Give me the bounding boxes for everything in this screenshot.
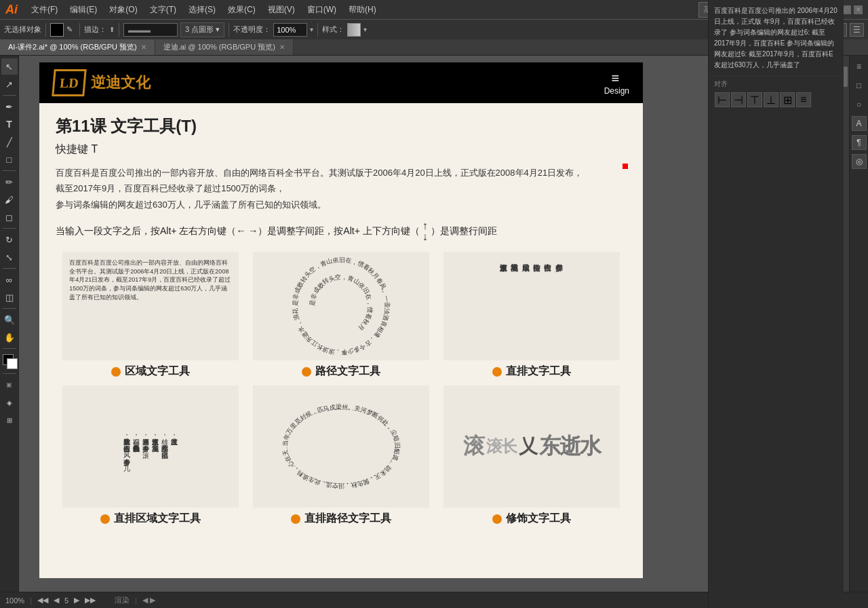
hand-tool[interactable]: ✋ <box>1 329 18 345</box>
circular-path-svg: 是非成败转头空，青山依旧在，惯看秋月春风。一壶浊酒喜相逢，古今多少事，滚滚长江东… <box>260 252 422 360</box>
zoom-tool[interactable]: 🔍 <box>1 311 18 328</box>
direct-select-tool[interactable]: ↗ <box>1 76 18 92</box>
design-label: Design <box>604 86 629 96</box>
text-overflow-indicator <box>623 164 628 169</box>
description-area: 百度百科是百度公司推出的一部内容开放、自由的网络百科全书平台。其测试版于2006… <box>56 165 627 212</box>
mini-circle-icon[interactable]: ○ <box>851 96 867 113</box>
arrow-text-end: ）是调整行间距 <box>431 225 497 238</box>
color-boxes <box>1 353 18 369</box>
line-tool[interactable]: ╱ <box>1 134 18 150</box>
main-layout: ↖ ↗ ✒ T ╱ □ ✏ 🖌 ◻ ↻ ⤡ ∞ ◫ 🔍 ✋ ▣ ◈ ⊞ <box>0 56 868 592</box>
slide-header: LD 逆迪文化 ≡ Design <box>39 62 643 103</box>
dropdown-arrow-icon: ▾ <box>216 25 220 34</box>
vertical-path-svg: 当年万里觅封候，匹马戍梁州。关河梦断何处，尘暗旧貂裘。胡未灭，鬓先秋，泪空流。此… <box>263 385 419 508</box>
opacity-input[interactable] <box>273 23 307 37</box>
next-button[interactable]: ▶ <box>74 596 79 605</box>
mini-para-icon[interactable]: ¶ <box>852 135 867 150</box>
menu-view[interactable]: 视图(V) <box>262 3 300 17</box>
menu-window[interactable]: 窗口(W) <box>302 3 342 17</box>
more-options-icon[interactable]: ☰ <box>850 23 864 37</box>
menu-help[interactable]: 帮助(H) <box>343 3 382 17</box>
style-swatch[interactable] <box>347 23 361 37</box>
arrow-explanation: 当输入一段文字之后，按Alt+ 左右方向键（← →）是调整字间距，按Alt+ 上… <box>56 221 627 242</box>
vertical-path-demo: 当年万里觅封候，匹马戍梁州。关河梦断何处，尘暗旧貂裘。胡未灭，鬓先秋，泪空流。此… <box>253 385 429 508</box>
vert-area-label: 直排区域文字工具 <box>114 512 201 526</box>
menu-text[interactable]: 文字(T) <box>144 3 182 17</box>
vertical-area-label-row: 直排区域文字工具 <box>100 512 201 526</box>
eraser-tool[interactable]: ◻ <box>1 209 18 225</box>
toolbar-separator-5 <box>317 23 318 37</box>
select-tool[interactable]: ↖ <box>1 58 18 75</box>
demo-row-bottom: 非成败转头空，青山依旧在，风。古今多少事，几 旧在，惯看秋月春风一壶浊 酒喜相逢… <box>56 385 627 526</box>
close-button[interactable]: ✕ <box>854 5 863 14</box>
tab-1-close-icon[interactable]: ✕ <box>141 43 146 51</box>
playback-controls: ◀ ▶ <box>142 596 155 605</box>
brush-tool[interactable]: 🖌 <box>1 191 18 208</box>
deco-char-1: 滚 <box>463 432 484 461</box>
screen-mode-icon[interactable]: ⊞ <box>1 412 18 428</box>
style-arrow-icon[interactable]: ▾ <box>363 26 367 33</box>
point-shape-label: 3 点圆形 <box>185 24 214 35</box>
vertical-path-text-section: 当年万里觅封候，匹马戍梁州。关河梦断何处，尘暗旧貂裘。胡未灭，鬓先秋，泪空流。此… <box>246 385 437 526</box>
svg-text:是非成败转头空，青山依旧在，惯看秋月: 是非成败转头空，青山依旧在，惯看秋月 <box>309 273 374 332</box>
view-mode-icon[interactable]: ◈ <box>1 394 18 411</box>
style-label: 样式： <box>322 24 344 35</box>
fill-none-icon[interactable]: ▣ <box>1 377 18 393</box>
fill-color-swatch[interactable] <box>50 23 64 37</box>
desc-line-1: 百度百科是百度公司推出的一部内容开放、自由的网络百科全书平台。其测试版于2006… <box>56 168 583 178</box>
tab-2-close-icon[interactable]: ✕ <box>279 43 285 51</box>
align-center-v-icon[interactable]: ⊞ <box>780 92 795 107</box>
page-number: 5 <box>64 596 68 605</box>
point-shape-selector[interactable]: 3 点圆形 ▾ <box>180 22 224 37</box>
align-right-icon[interactable]: ⊤ <box>747 92 762 107</box>
menu-object[interactable]: 对象(O) <box>104 3 142 17</box>
opacity-arrow-icon[interactable]: ▾ <box>310 26 313 33</box>
area-tool-label: 区域文字工具 <box>125 364 190 379</box>
mini-list-icon[interactable]: ≡ <box>851 58 867 75</box>
align-top-icon[interactable]: ⊥ <box>764 92 778 107</box>
logo-chinese: 逆迪文化 <box>91 73 151 93</box>
blend-tool[interactable]: ∞ <box>1 271 18 288</box>
path-text-label-row: 路径文字工具 <box>302 364 380 379</box>
tool-separator-7 <box>3 373 16 374</box>
menu-file[interactable]: 文件(F) <box>26 3 63 17</box>
lesson-title: 第11课 文字工具(T) <box>56 115 627 137</box>
prev-prev-button[interactable]: ◀◀ <box>37 596 48 605</box>
gradient-tool[interactable]: ◫ <box>1 289 18 305</box>
svg-text:当年万里觅封候，匹马戍梁州。关河梦断何处，尘暗旧貂裘。胡未灭: 当年万里觅封候，匹马戍梁州。关河梦断何处，尘暗旧貂裘。胡未灭，鬓先秋，泪空流。此… <box>263 385 401 489</box>
stroke-up-icon[interactable]: ⬆ <box>109 26 115 33</box>
pencil-tool[interactable]: ✏ <box>1 174 18 190</box>
pen-tool[interactable]: ✒ <box>1 98 18 115</box>
scale-tool[interactable]: ⤡ <box>1 249 18 265</box>
desc-line-2: 截至2017年9月，百度百科已经收录了超过1500万的词条， <box>56 183 285 193</box>
next-next-button[interactable]: ▶▶ <box>85 596 96 605</box>
mini-rect-icon[interactable]: □ <box>851 77 867 94</box>
hamburger-icon[interactable]: ≡ <box>611 71 622 86</box>
toolbar-separator-2 <box>79 23 80 37</box>
rotate-tool[interactable]: ↻ <box>1 231 18 248</box>
mini-circle-text-icon[interactable]: ◎ <box>852 154 867 169</box>
vertical-area-content: 非成败转头空，青山依旧在，风。古今多少事，几 旧在，惯看秋月春风一壶浊 酒喜相逢… <box>120 430 182 463</box>
stroke-indicator: ✎ <box>66 25 73 34</box>
decorate-demo-content: 滚 滚长 乂 东逝水 <box>463 432 600 461</box>
menu-effect[interactable]: 效果(C) <box>222 3 261 17</box>
tab-file-1[interactable]: AI-课件2.ai* @ 100% (RGB/GPU 预览) ✕ <box>0 39 155 55</box>
toolbar-separator-3 <box>119 23 119 37</box>
align-left-icon[interactable]: ⊢ <box>715 92 730 107</box>
path-text-tool-section: 是非成败转头空，青山依旧在，惯看秋月春风。一壶浊酒喜相逢，古今多少事，滚滚长江东… <box>246 252 437 379</box>
align-buttons: ⊢ ⊣ ⊤ ⊥ ⊞ ≡ <box>714 92 838 108</box>
vert-area-col-4: 滚长江东逝水，浪花淘尽英 <box>151 433 160 460</box>
menu-edit[interactable]: 编辑(E) <box>64 3 102 17</box>
menu-select[interactable]: 选择(S) <box>183 3 221 17</box>
align-center-h-icon[interactable]: ⊣ <box>731 92 746 107</box>
vert-path-dot <box>291 514 300 524</box>
align-bottom-icon[interactable]: ≡ <box>796 92 811 107</box>
text-tool[interactable]: T <box>1 116 18 132</box>
background-color[interactable] <box>7 358 18 369</box>
area-text-label-row: 区域文字工具 <box>111 364 190 379</box>
tab-file-2[interactable]: 逆迪.ai @ 100% (RGB/GPU 预览) ✕ <box>155 39 294 55</box>
mini-type-a-icon[interactable]: A <box>852 116 867 131</box>
prev-button[interactable]: ◀ <box>54 596 59 605</box>
rect-tool[interactable]: □ <box>1 151 18 168</box>
area-text-tool-section: 百度百科是百度公司推出的一部内容开放、自由的网络百科全书平台。其测试版于2006… <box>56 252 246 379</box>
